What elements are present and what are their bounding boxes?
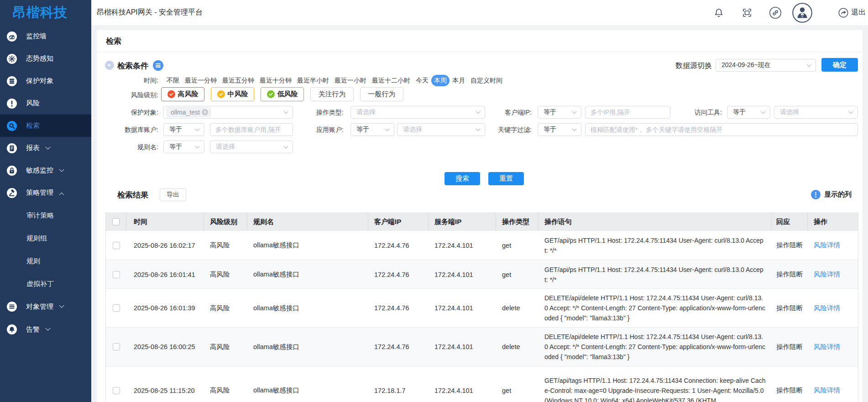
time-option[interactable]: 最近一小时 — [332, 77, 369, 85]
risk-detail-link[interactable]: 风险详情 — [814, 270, 840, 279]
db-account-input[interactable] — [210, 123, 293, 136]
risk-high-button[interactable]: 高风险 — [161, 87, 204, 101]
chevron-down-icon — [59, 303, 64, 308]
time-option[interactable]: 不限 — [164, 77, 182, 85]
column-header-op-type[interactable]: 操作类型 — [496, 213, 539, 230]
column-header-response[interactable]: 回应 — [772, 213, 808, 230]
sidebar-item-situation-awareness[interactable]: 态势感知 — [0, 47, 91, 70]
sidebar-item-protected-objects[interactable]: 保护对象 — [0, 70, 91, 92]
sidebar-subitem-rules[interactable]: 规则 — [0, 250, 91, 272]
row-checkbox[interactable] — [113, 304, 120, 312]
db-account-operator-select[interactable]: 等于 — [163, 123, 204, 136]
risk-normal-button[interactable]: 一般行为 — [360, 87, 403, 101]
sidebar-item-policy-management[interactable]: 策略管理 — [0, 182, 91, 204]
row-checkbox[interactable] — [113, 343, 120, 350]
sidebar-subitem-virtual-patch[interactable]: 虚拟补丁 — [0, 272, 91, 295]
reset-button[interactable]: 重置 — [488, 172, 524, 185]
sidebar-subitem-audit-policy[interactable]: 审计策略 — [0, 204, 91, 227]
keyword-input[interactable] — [585, 123, 858, 136]
sidebar-item-object-management[interactable]: 对象管理 — [0, 295, 91, 318]
risk-detail-link[interactable]: 风险详情 — [814, 343, 840, 351]
tag-close-icon[interactable] — [202, 109, 208, 115]
bell-icon[interactable] — [713, 7, 724, 18]
chevron-down-icon — [572, 110, 577, 114]
rule-name-operator-select[interactable]: 等于 — [163, 141, 204, 153]
keyword-operator-select[interactable]: 等于 — [538, 123, 581, 136]
sidebar-item-reports[interactable]: 报表 — [0, 137, 91, 159]
column-header-rule-name[interactable]: 规则名 — [247, 213, 368, 230]
time-option[interactable]: 最近十二小时 — [369, 77, 413, 85]
select-value: 等于 — [544, 125, 556, 134]
cell-client-ip: 172.24.4.76 — [368, 328, 429, 366]
search-button[interactable]: 搜索 — [444, 172, 480, 185]
risk-low-button[interactable]: 低风险 — [261, 87, 304, 101]
app-account-label: 应用账户: — [282, 123, 344, 136]
row-checkbox[interactable] — [113, 242, 120, 249]
row-checkbox[interactable] — [113, 387, 120, 394]
cell-server-ip: 172.24.4.101 — [429, 260, 496, 289]
columns-toggle[interactable]: 显示的列 — [811, 190, 852, 199]
criteria-menu-button[interactable] — [153, 60, 163, 71]
risk-detail-link[interactable]: 风险详情 — [814, 304, 840, 313]
sidebar: 昂楷科技 监控墙 态势感知 保护对象 风险 — [0, 0, 91, 402]
time-option[interactable]: 本月 — [450, 77, 468, 85]
avatar-icon[interactable] — [792, 3, 812, 23]
time-option[interactable]: 今天 — [413, 77, 431, 85]
cell-rule-name: ollama敏感接口 — [247, 366, 368, 402]
collapse-criteria-button[interactable] — [105, 61, 114, 70]
app-account-operator-select[interactable]: 等于 — [350, 123, 394, 136]
op-type-select[interactable]: 请选择 — [350, 106, 485, 119]
protect-object-select[interactable]: ollma_test — [163, 106, 293, 119]
chevron-down-icon — [385, 127, 390, 131]
check-circle-icon — [267, 90, 275, 98]
column-header-risk-level[interactable]: 风险级别 — [204, 213, 247, 230]
cell-action: 风险详情 — [808, 231, 859, 260]
op-type-label: 操作类型: — [282, 106, 344, 119]
time-option[interactable]: 最近半小时 — [294, 77, 332, 85]
time-option[interactable]: 最近五分钟 — [220, 77, 257, 85]
cell-risk-level: 高风险 — [204, 260, 247, 289]
column-header-action[interactable]: 操作 — [808, 213, 859, 230]
access-tool-select[interactable]: 请选择 — [774, 106, 858, 119]
chevron-down-icon — [572, 127, 577, 131]
risk-medium-button[interactable]: 中风险 — [211, 87, 254, 101]
row-checkbox[interactable] — [113, 271, 120, 278]
cell-statement: GET/api/ps HTTP/1.1 Host: 172.24.4.75:11… — [539, 260, 772, 289]
client-ip-operator-select[interactable]: 等于 — [538, 106, 581, 119]
time-option[interactable]: 自定义时间 — [468, 77, 505, 85]
sidebar-item-monitoring-wall[interactable]: 监控墙 — [0, 25, 91, 47]
link-icon[interactable] — [769, 6, 782, 19]
sidebar-item-alerts[interactable]: 告警 — [0, 318, 91, 341]
column-header-client-ip[interactable]: 客户端IP — [368, 213, 429, 230]
statement-text: GET/api/ps HTTP/1.1 Host: 172.24.4.75:11… — [544, 265, 766, 285]
row-checkbox-cell — [106, 260, 126, 289]
column-header-server-ip[interactable]: 服务端IP — [429, 213, 496, 230]
time-option[interactable]: 最近一分钟 — [182, 77, 220, 85]
column-header-time[interactable]: 时间 — [126, 213, 204, 230]
cell-time: 2025-08-25 11:15:20 — [126, 366, 204, 402]
risk-watch-button[interactable]: 关注行为 — [310, 87, 354, 101]
column-header-statement[interactable]: 操作语句 — [539, 213, 772, 230]
cell-client-ip: 172.24.4.76 — [368, 289, 429, 327]
sidebar-subitem-rule-groups[interactable]: 规则组 — [0, 227, 91, 250]
logout-button[interactable]: 退出 — [838, 8, 866, 18]
sidebar-item-search[interactable]: 检索 — [0, 115, 91, 137]
risk-detail-link[interactable]: 风险详情 — [814, 386, 840, 395]
datasource-select[interactable]: 2024-09-26~现在 — [716, 59, 816, 72]
fullscreen-icon[interactable] — [742, 7, 753, 18]
time-option-selected[interactable]: 本周 — [431, 75, 450, 86]
divider — [97, 52, 863, 52]
time-option[interactable]: 最近十分钟 — [257, 77, 294, 85]
sidebar-item-sensitive-monitoring[interactable]: 敏感监控 — [0, 159, 91, 182]
access-tool-label: 访问工具: — [660, 106, 722, 119]
sidebar-item-risk[interactable]: 风险 — [0, 92, 91, 115]
gavel-icon — [7, 188, 17, 198]
sidebar-submenu-policy: 审计策略 规则组 规则 虚拟补丁 — [0, 204, 91, 295]
export-button[interactable]: 导出 — [160, 188, 186, 201]
access-tool-operator-select[interactable]: 等于 — [727, 106, 770, 119]
select-all-checkbox[interactable] — [112, 218, 120, 225]
confirm-button[interactable]: 确定 — [821, 58, 858, 72]
rule-name-select[interactable]: 请选择 — [210, 141, 293, 153]
client-ip-input[interactable] — [585, 106, 670, 119]
risk-detail-link[interactable]: 风险详情 — [814, 241, 840, 250]
